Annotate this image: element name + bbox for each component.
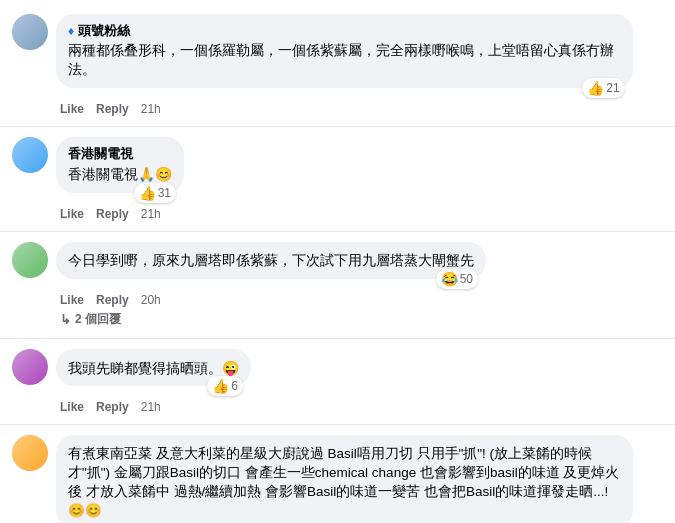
author-label: 香港關電視: [68, 146, 133, 161]
avatar: [12, 349, 48, 385]
comment-body: ♦ 頭號粉絲 兩種都係叠形科，一個係羅勒屬，一個係紫蘇屬，完全兩樣嘢喉鳴，上堂唔…: [56, 14, 663, 116]
like-button[interactable]: Like: [60, 102, 84, 116]
diamond-icon: ♦: [68, 24, 74, 38]
author-name: 香港關電視: [68, 145, 172, 163]
avatar: [12, 242, 48, 278]
like-icon: 👍: [212, 378, 229, 394]
comment-actions: Like Reply 21h: [56, 102, 663, 116]
comment-bubble-wrapper: 今日學到嘢，原來九層塔即係紫蘇，下次試下用九層塔蒸大閘蟹先 😂 50: [56, 242, 486, 279]
comment-text: 有煮東南亞菜 及意大利菜的星級大廚說過 Basil唔用刀切 只用手"抓"! (放…: [68, 445, 621, 521]
reply-button[interactable]: Reply: [96, 102, 129, 116]
time-label: 21h: [141, 102, 161, 116]
emoji-icon: 😜: [222, 360, 239, 376]
reply-button[interactable]: Reply: [96, 400, 129, 414]
reaction-badge: 👍 31: [134, 183, 176, 203]
avatar: [12, 14, 48, 50]
reaction-badge: 😂 50: [436, 269, 478, 289]
comment-text: 兩種都係叠形科，一個係羅勒屬，一個係紫蘇屬，完全兩樣嘢喉鳴，上堂唔留心真係冇辦法…: [68, 42, 621, 80]
reaction-badge: 👍 21: [582, 78, 624, 98]
reaction-count: 6: [231, 379, 238, 393]
comment-bubble: 今日學到嘢，原來九層塔即係紫蘇，下次試下用九層塔蒸大閘蟹先: [56, 242, 486, 279]
comment-actions: Like Reply 21h: [56, 400, 663, 414]
comment-item: 我頭先睇都覺得搞晒頭。😜 👍 6 Like Reply 21h: [0, 343, 675, 421]
comments-section: ♦ 頭號粉絲 兩種都係叠形科，一個係羅勒屬，一個係紫蘇屬，完全兩樣嘢喉鳴，上堂唔…: [0, 0, 675, 523]
comment-body: 我頭先睇都覺得搞晒頭。😜 👍 6 Like Reply 21h: [56, 349, 663, 415]
time-label: 21h: [141, 207, 161, 221]
haha-icon: 😂: [441, 271, 458, 287]
comment-bubble-wrapper: 有煮東南亞菜 及意大利菜的星級大廚說過 Basil唔用刀切 只用手"抓"! (放…: [56, 435, 633, 523]
reaction-count: 21: [606, 81, 619, 95]
replies-link[interactable]: 2 個回覆: [56, 311, 663, 328]
time-label: 20h: [141, 293, 161, 307]
reaction-badge: 👍 6: [207, 376, 243, 396]
divider: [0, 231, 675, 232]
like-icon: 👍: [139, 185, 156, 201]
emoji-icon: 😊: [155, 166, 172, 182]
comment-body: 有煮東南亞菜 及意大利菜的星級大廚說過 Basil唔用刀切 只用手"抓"! (放…: [56, 435, 663, 523]
comment-bubble-wrapper: 我頭先睇都覺得搞晒頭。😜 👍 6: [56, 349, 251, 387]
comment-bubble-wrapper: ♦ 頭號粉絲 兩種都係叠形科，一個係羅勒屬，一個係紫蘇屬，完全兩樣嘢喉鳴，上堂唔…: [56, 14, 633, 88]
divider: [0, 424, 675, 425]
comment-bubble-wrapper: 香港關電視 香港關電視🙏😊 👍 31: [56, 137, 184, 193]
comment-item: 有煮東南亞菜 及意大利菜的星級大廚說過 Basil唔用刀切 只用手"抓"! (放…: [0, 429, 675, 523]
comment-actions: Like Reply 20h: [56, 293, 663, 307]
comment-item: ♦ 頭號粉絲 兩種都係叠形科，一個係羅勒屬，一個係紫蘇屬，完全兩樣嘢喉鳴，上堂唔…: [0, 8, 675, 122]
comment-text: 香港關電視🙏😊: [68, 165, 172, 185]
comment-actions: Like Reply 21h: [56, 207, 663, 221]
comment-body: 今日學到嘢，原來九層塔即係紫蘇，下次試下用九層塔蒸大閘蟹先 😂 50 Like …: [56, 242, 663, 328]
reply-button[interactable]: Reply: [96, 293, 129, 307]
reaction-count: 31: [158, 186, 171, 200]
comment-body: 香港關電視 香港關電視🙏😊 👍 31 Like Reply 21h: [56, 137, 663, 221]
comment-bubble: 有煮東南亞菜 及意大利菜的星級大廚說過 Basil唔用刀切 只用手"抓"! (放…: [56, 435, 633, 523]
like-button[interactable]: Like: [60, 293, 84, 307]
author-label: 頭號粉絲: [78, 23, 130, 38]
like-button[interactable]: Like: [60, 400, 84, 414]
avatar: [12, 435, 48, 471]
like-icon: 👍: [587, 80, 604, 96]
time-label: 21h: [141, 400, 161, 414]
divider: [0, 338, 675, 339]
author-name: ♦ 頭號粉絲: [68, 22, 621, 40]
reaction-count: 50: [460, 272, 473, 286]
like-button[interactable]: Like: [60, 207, 84, 221]
comment-text: 今日學到嘢，原來九層塔即係紫蘇，下次試下用九層塔蒸大閘蟹先: [68, 252, 474, 271]
comment-item: 香港關電視 香港關電視🙏😊 👍 31 Like Reply 21h: [0, 131, 675, 227]
avatar: [12, 137, 48, 173]
reply-button[interactable]: Reply: [96, 207, 129, 221]
comment-bubble: ♦ 頭號粉絲 兩種都係叠形科，一個係羅勒屬，一個係紫蘇屬，完全兩樣嘢喉鳴，上堂唔…: [56, 14, 633, 88]
comment-item: 今日學到嘢，原來九層塔即係紫蘇，下次試下用九層塔蒸大閘蟹先 😂 50 Like …: [0, 236, 675, 334]
divider: [0, 126, 675, 127]
